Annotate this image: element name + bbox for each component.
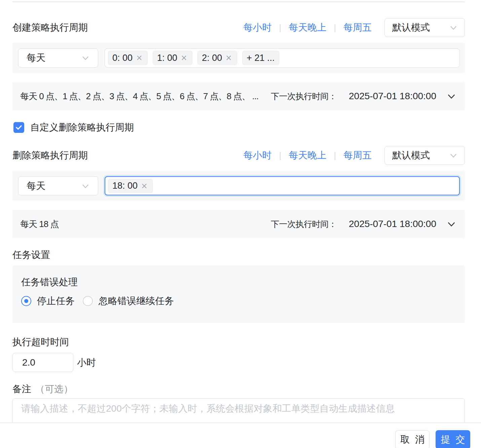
delete-shortcuts: 每小时 | 每天晚上 | 每周五 默认模式 [243, 146, 465, 165]
time-tag: 1: 00 [153, 51, 192, 65]
shortcut-separator: | [279, 150, 281, 161]
delete-summary-bar: 每天 18 点 下一次执行时间： 2025-07-01 18:00:00 [12, 210, 465, 238]
time-tag-label: 18: 00 [112, 181, 138, 191]
create-frequency-value: 每天 [27, 51, 80, 64]
submit-button[interactable]: 提 交 [436, 430, 470, 448]
delete-frequency-select[interactable]: 每天 [18, 176, 98, 195]
create-mode-select[interactable]: 默认模式 [384, 18, 465, 37]
delete-summary-text: 每天 18 点 [20, 218, 59, 230]
expand-chevron-icon[interactable] [446, 219, 456, 229]
delete-section-title: 删除策略执行周期 [12, 149, 88, 162]
radio-option-ignore[interactable]: 忽略错误继续任务 [83, 295, 174, 307]
shortcut-separator: | [334, 150, 336, 161]
time-tag-label: 2: 00 [202, 53, 222, 63]
task-settings-title: 任务设置 [12, 248, 465, 262]
next-run-time: 2025-07-01 18:00:00 [349, 219, 436, 229]
create-control-row: 每天 0: 00 1: 00 2: 00 + 21 ... [12, 43, 465, 73]
create-times-input[interactable]: 0: 00 1: 00 2: 00 + 21 ... [105, 48, 460, 68]
custom-delete-row: 自定义删除策略执行周期 [12, 122, 465, 133]
shortcut-hourly-link[interactable]: 每小时 [243, 21, 271, 34]
time-tag: 2: 00 [197, 51, 237, 65]
remark-placeholder: 请输入描述，不超过200个字符；未输入时，系统会根据对象和工单类型自动生成描述信… [21, 403, 395, 414]
delete-section-header: 删除策略执行周期 每小时 | 每天晚上 | 每周五 默认模式 [12, 146, 465, 165]
time-tag: 0: 00 [108, 51, 148, 65]
remove-tag-icon[interactable] [135, 54, 143, 62]
time-tag: 18: 00 [108, 179, 153, 193]
create-summary-text: 每天 0 点、1 点、2 点、3 点、4 点、5 点、6 点、7 点、8 点、 … [20, 90, 258, 102]
radio-selected-icon [21, 296, 31, 306]
schedule-form: 创建策略执行周期 每小时 | 每天晚上 | 每周五 默认模式 每天 [0, 0, 481, 448]
time-tag-label: 1: 00 [157, 53, 177, 63]
delete-mode-select-value: 默认模式 [392, 149, 448, 162]
cancel-button[interactable]: 取 消 [395, 430, 430, 448]
next-run-time: 2025-07-01 18:00:00 [349, 91, 436, 102]
timeout-value: 2.0 [22, 357, 35, 368]
task-settings-panel: 任务错误处理 停止任务 忽略错误继续任务 [12, 265, 465, 323]
delete-control-row: 每天 18: 00 [12, 171, 465, 201]
timeout-unit: 小时 [77, 356, 96, 369]
remove-tag-icon[interactable] [180, 54, 188, 62]
radio-option-stop[interactable]: 停止任务 [21, 295, 75, 307]
shortcut-friday-link[interactable]: 每周五 [343, 149, 372, 162]
chevron-down-icon [448, 150, 458, 160]
shortcut-friday-link[interactable]: 每周五 [343, 21, 372, 34]
remove-tag-icon[interactable] [225, 54, 233, 62]
shortcut-separator: | [334, 23, 336, 33]
check-icon [14, 123, 23, 132]
create-mode-select-value: 默认模式 [392, 21, 448, 34]
remark-optional-hint: （可选） [35, 382, 73, 396]
next-run-label: 下一次执行时间： [271, 91, 337, 102]
expand-chevron-icon[interactable] [446, 91, 456, 101]
create-section-title: 创建策略执行周期 [12, 21, 88, 34]
create-shortcuts: 每小时 | 每天晚上 | 每周五 默认模式 [243, 18, 465, 37]
create-section-header: 创建策略执行周期 每小时 | 每天晚上 | 每周五 默认模式 [12, 18, 465, 37]
shortcut-nightly-link[interactable]: 每天晚上 [289, 149, 326, 162]
timeout-input[interactable]: 2.0 [12, 353, 73, 372]
time-tag-label: 0: 00 [112, 53, 133, 63]
remove-tag-icon[interactable] [140, 182, 148, 190]
delete-times-input[interactable]: 18: 00 [105, 176, 460, 195]
top-divider [12, 1, 465, 2]
timeout-label: 执行超时时间 [12, 335, 465, 349]
remark-label-row: 备注 （可选） [12, 382, 465, 396]
shortcut-separator: | [279, 23, 281, 33]
error-handling-label: 任务错误处理 [21, 275, 456, 289]
delete-frequency-value: 每天 [27, 180, 80, 192]
create-summary-bar: 每天 0 点、1 点、2 点、3 点、4 点、5 点、6 点、7 点、8 点、 … [12, 82, 465, 110]
chevron-down-icon [448, 23, 458, 33]
chevron-down-icon [80, 181, 90, 191]
create-frequency-select[interactable]: 每天 [18, 48, 98, 68]
footer: 取 消 提 交 [0, 422, 481, 448]
next-run-label: 下一次执行时间： [271, 219, 337, 230]
shortcut-hourly-link[interactable]: 每小时 [243, 149, 271, 162]
radio-unselected-icon [83, 296, 93, 306]
form-content: 创建策略执行周期 每小时 | 每天晚上 | 每周五 默认模式 每天 [12, 0, 465, 448]
chevron-down-icon [80, 53, 90, 63]
error-handling-options: 停止任务 忽略错误继续任务 [21, 295, 456, 307]
timeout-row: 2.0 小时 [12, 353, 465, 372]
radio-option-label: 忽略错误继续任务 [99, 295, 174, 307]
remark-label: 备注 [12, 382, 31, 396]
custom-delete-label: 自定义删除策略执行周期 [30, 121, 134, 134]
more-tags-badge[interactable]: + 21 ... [242, 51, 279, 65]
custom-delete-checkbox[interactable] [13, 122, 24, 133]
delete-mode-select[interactable]: 默认模式 [384, 146, 465, 165]
radio-option-label: 停止任务 [37, 295, 75, 307]
shortcut-nightly-link[interactable]: 每天晚上 [289, 21, 326, 34]
more-tags-label: + 21 ... [247, 53, 274, 63]
